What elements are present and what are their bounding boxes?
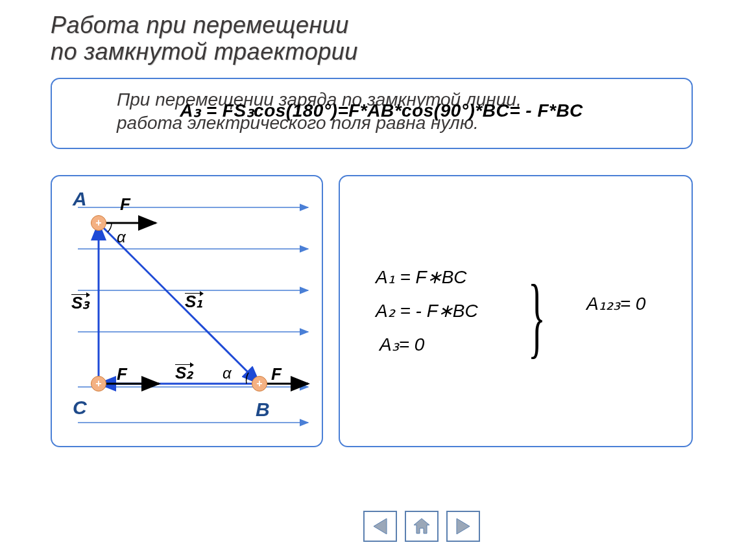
diagram-panel: + + + A C B F F F α α S₃ S₁ S₂ <box>51 175 323 447</box>
charge-b: + <box>252 376 267 391</box>
home-icon <box>411 516 432 537</box>
charge-c: + <box>91 376 106 391</box>
description-text: При перемещении заряда по замкнутой лини… <box>117 88 627 135</box>
triangle-right-icon <box>453 516 474 537</box>
nav-controls <box>363 511 480 542</box>
next-button[interactable] <box>446 511 480 542</box>
slide-title: Работа при перемещении по замкнутой трае… <box>51 12 358 65</box>
label-c: C <box>73 397 87 419</box>
description-line-1: При перемещении заряда по замкнутой лини… <box>117 89 522 110</box>
equations-panel: A₁ = F∗BC A₂ = - F∗BC A₃= 0 } A₁₂₃= 0 <box>339 175 693 447</box>
label-alpha-a: α <box>117 228 126 246</box>
label-f-c: F <box>117 364 127 384</box>
label-b: B <box>256 399 270 421</box>
equation-result: A₁₂₃= 0 <box>586 293 645 314</box>
prev-button[interactable] <box>363 511 397 542</box>
equation-a3: A₃= 0 <box>379 328 478 362</box>
description-line-2: работа электрического поля равна нулю. <box>117 113 479 133</box>
home-button[interactable] <box>405 511 439 542</box>
equation-a1: A₁ = F∗BC <box>376 261 478 294</box>
charge-a: + <box>91 215 106 231</box>
description-panel: При перемещении заряда по замкнутой лини… <box>51 78 693 149</box>
label-alpha-b: α <box>223 364 232 382</box>
equation-a2: A₂ = - F∗BC <box>376 294 478 328</box>
vec-s3-arrow <box>71 294 87 295</box>
label-f-b: F <box>271 364 282 384</box>
label-a: A <box>73 188 87 210</box>
vec-s2-arrow <box>175 364 191 365</box>
vec-s1-arrow <box>185 293 200 294</box>
title-line-1: Работа при перемещении <box>51 12 349 38</box>
triangle-left-icon <box>370 516 391 537</box>
title-line-2: по замкнутой траектории <box>51 38 358 65</box>
svg-line-6 <box>99 223 259 384</box>
brace: } <box>528 264 546 368</box>
label-f-a: F <box>120 194 130 215</box>
equation-list: A₁ = F∗BC A₂ = - F∗BC A₃= 0 <box>376 261 478 361</box>
